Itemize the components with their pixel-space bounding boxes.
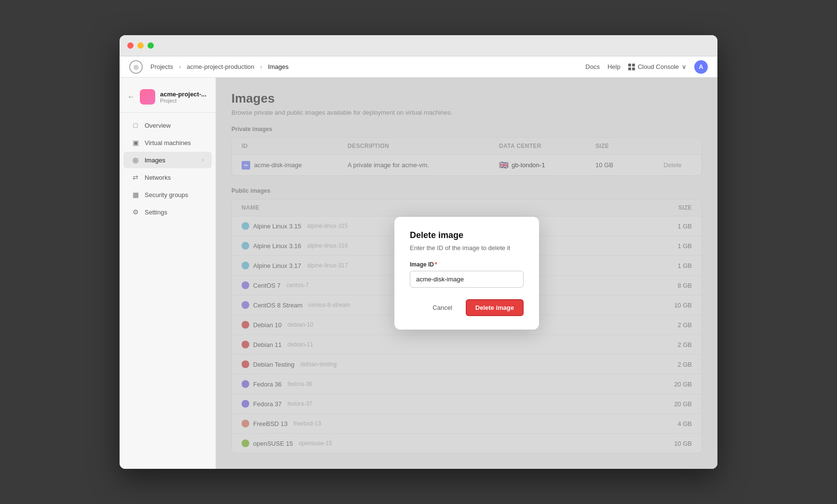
sidebar-item-label: Overview: [145, 122, 171, 129]
image-id-input[interactable]: [410, 271, 524, 288]
sidebar: ← acme-project-... Project □ Overview ▣ …: [120, 78, 216, 469]
sidebar-item-virtual-machines[interactable]: ▣ Virtual machines: [123, 134, 212, 151]
breadcrumb-sep-2: ›: [260, 63, 262, 70]
app-content: ◎ Projects › acme-project-production › I…: [120, 56, 717, 469]
security-icon: ▦: [131, 190, 140, 199]
sidebar-item-settings[interactable]: ⚙ Settings: [123, 204, 212, 220]
main-layout: ← acme-project-... Project □ Overview ▣ …: [120, 78, 717, 469]
top-nav-right: Docs Help Cloud Console ∨ A: [585, 60, 708, 74]
grid-icon: [628, 64, 635, 70]
chevron-right-icon: ›: [202, 157, 204, 163]
main-window: ◎ Projects › acme-project-production › I…: [120, 35, 717, 469]
logo-icon: ◎: [129, 60, 143, 74]
project-icon: [140, 89, 155, 105]
sidebar-item-overview[interactable]: □ Overview: [123, 117, 212, 133]
maximize-button[interactable]: [148, 42, 154, 49]
breadcrumb-projects[interactable]: Projects: [150, 63, 173, 70]
close-button[interactable]: [127, 42, 134, 49]
project-info: acme-project-... Project: [160, 91, 208, 104]
cloud-console-button[interactable]: Cloud Console ∨: [628, 63, 687, 70]
avatar[interactable]: A: [694, 60, 708, 74]
vm-icon: ▣: [131, 138, 140, 147]
sidebar-item-label: Virtual machines: [145, 139, 191, 146]
breadcrumb-project[interactable]: acme-project-production: [187, 63, 254, 70]
images-icon: ◎: [131, 156, 140, 164]
modal-actions: Cancel Delete image: [410, 299, 524, 316]
sidebar-project: ← acme-project-... Project: [120, 85, 216, 113]
sidebar-item-networks[interactable]: ⇄ Networks: [123, 169, 212, 186]
modal-title: Delete image: [410, 230, 524, 240]
modal-overlay: Delete image Enter the ID of the image t…: [216, 78, 717, 469]
titlebar: [120, 35, 717, 56]
top-nav: ◎ Projects › acme-project-production › I…: [120, 56, 717, 78]
image-id-label: Image ID*: [410, 261, 524, 268]
delete-image-button[interactable]: Delete image: [466, 299, 524, 316]
sidebar-item-label: Settings: [145, 209, 167, 216]
sidebar-item-images[interactable]: ◎ Images ›: [123, 152, 212, 168]
project-name: acme-project-...: [160, 91, 208, 98]
breadcrumb-sep-1: ›: [179, 63, 181, 70]
sidebar-item-label: Images: [145, 157, 165, 164]
sidebar-item-label: Networks: [145, 174, 171, 181]
traffic-lights: [127, 42, 154, 49]
sidebar-item-label: Security groups: [145, 191, 188, 199]
minimize-button[interactable]: [137, 42, 144, 49]
modal-subtitle: Enter the ID of the image to delete it: [410, 244, 524, 252]
help-link[interactable]: Help: [608, 63, 621, 70]
sidebar-item-security-groups[interactable]: ▦ Security groups: [123, 186, 212, 203]
breadcrumb-current: Images: [268, 63, 289, 70]
cloud-console-chevron: ∨: [682, 63, 687, 70]
delete-image-modal: Delete image Enter the ID of the image t…: [394, 217, 539, 330]
docs-link[interactable]: Docs: [585, 63, 600, 70]
overview-icon: □: [131, 121, 140, 130]
settings-icon: ⚙: [131, 208, 140, 216]
main-content: Images Browse private and public images …: [216, 78, 717, 469]
cloud-console-label: Cloud Console: [638, 63, 679, 70]
back-button[interactable]: ←: [127, 93, 135, 101]
project-label: Project: [160, 98, 208, 104]
cancel-button[interactable]: Cancel: [424, 299, 460, 316]
networks-icon: ⇄: [131, 173, 140, 182]
